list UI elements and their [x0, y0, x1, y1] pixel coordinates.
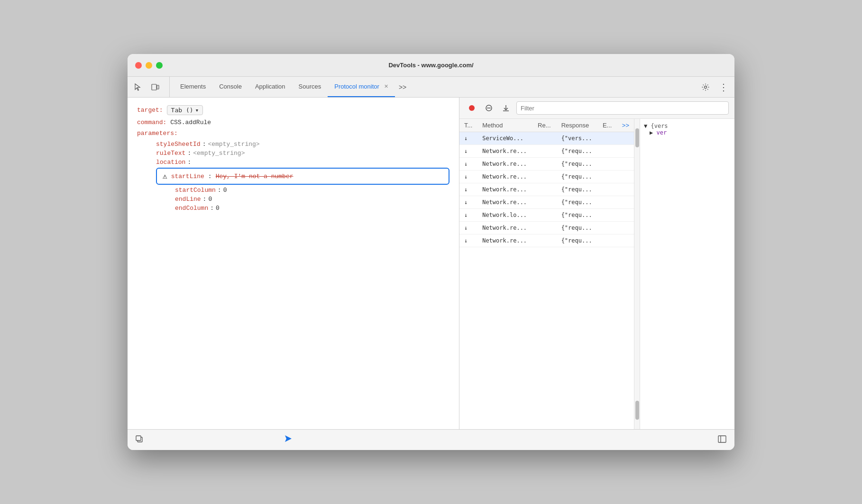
col-header-t: T...	[459, 119, 477, 132]
col-header-method: Method	[477, 119, 533, 132]
table-row[interactable]: ↓ Network.re... {"requ...	[459, 183, 634, 196]
cell-response: {"requ...	[557, 234, 598, 247]
cell-response: {"vers...	[557, 132, 598, 145]
cell-t: ↓	[459, 222, 477, 234]
table-row[interactable]: ↓ ServiceWo... {"vers...	[459, 132, 634, 145]
title-bar: DevTools - www.google.com/	[128, 54, 734, 77]
table-row[interactable]: ↓ Network.re... {"requ...	[459, 196, 634, 209]
device-icon-btn[interactable]	[148, 81, 162, 94]
parameters-section: parameters:	[137, 130, 449, 137]
cell-t: ↓	[459, 171, 477, 183]
copy-icon-btn[interactable]	[135, 435, 144, 445]
cell-e	[598, 132, 617, 145]
command-label: command:	[137, 119, 166, 126]
table-row[interactable]: ↓ Network.re... {"requ...	[459, 171, 634, 183]
cell-response: {"requ...	[557, 171, 598, 183]
save-button[interactable]	[499, 101, 513, 115]
cell-e	[598, 145, 617, 158]
right-preview: ▼ {vers ▶ ver	[640, 119, 734, 429]
cell-re	[533, 132, 557, 145]
content-area: target: Tab () ▾ command: CSS.addRule pa…	[128, 98, 734, 429]
panel-toggle-button[interactable]	[717, 434, 727, 446]
cell-e	[598, 234, 617, 247]
record-icon	[468, 104, 476, 112]
cell-re	[533, 145, 557, 158]
cell-more	[617, 209, 634, 222]
cell-method: Network.lo...	[477, 209, 533, 222]
col-header-more[interactable]: >>	[617, 119, 634, 132]
tab-console[interactable]: Console	[212, 77, 248, 97]
param-stylesheet-id: styleSheetId : <empty_string>	[156, 141, 449, 148]
clear-icon	[485, 104, 493, 112]
close-button[interactable]	[135, 62, 142, 69]
tab-bar-right: ⋮	[698, 77, 731, 97]
cell-re	[533, 234, 557, 247]
warning-icon: ⚠️	[163, 171, 167, 181]
send-button[interactable]	[283, 433, 293, 446]
filter-input[interactable]	[516, 101, 729, 115]
tab-elements[interactable]: Elements	[174, 77, 212, 97]
pm-toolbar	[459, 98, 734, 119]
table-row[interactable]: ↓ Network.re... {"requ...	[459, 234, 634, 247]
target-row: target: Tab () ▾	[137, 105, 449, 115]
table-row[interactable]: ↓ Network.re... {"requ...	[459, 158, 634, 171]
cell-method: Network.re...	[477, 222, 533, 234]
cell-e	[598, 158, 617, 171]
tab-application[interactable]: Application	[248, 77, 292, 97]
clear-button[interactable]	[482, 101, 495, 115]
param-end-column: endColumn : 0	[175, 205, 449, 212]
target-dropdown[interactable]: Tab () ▾	[167, 105, 203, 115]
table-row[interactable]: ↓ Network.lo... {"requ...	[459, 209, 634, 222]
svg-rect-10	[718, 436, 726, 442]
cell-more	[617, 171, 634, 183]
left-toolbar	[128, 429, 734, 450]
cell-response: {"requ...	[557, 145, 598, 158]
cell-e	[598, 209, 617, 222]
cell-response: {"requ...	[557, 158, 598, 171]
param-location: location :	[156, 159, 449, 166]
cell-t: ↓	[459, 132, 477, 145]
cell-e	[598, 222, 617, 234]
param-end-line: endLine : 0	[175, 196, 449, 203]
cell-re	[533, 171, 557, 183]
cursor-icon	[134, 83, 142, 91]
parameters-label: parameters:	[137, 130, 178, 137]
gear-icon	[701, 83, 710, 91]
settings-button[interactable]	[698, 80, 713, 94]
copy-icon	[135, 435, 144, 443]
preview-line2: ▶ ver	[644, 129, 731, 136]
cell-method: Network.re...	[477, 196, 533, 209]
right-panel: T... Method Re... Response E... >> ↓ Ser…	[459, 98, 734, 429]
command-row: command: CSS.addRule	[137, 119, 449, 126]
col-header-response: Response	[557, 119, 598, 132]
maximize-button[interactable]	[156, 62, 163, 69]
cell-re	[533, 158, 557, 171]
more-options-button[interactable]: ⋮	[716, 80, 731, 94]
cell-more	[617, 132, 634, 145]
cursor-icon-btn[interactable]	[131, 81, 145, 94]
col-header-re: Re...	[533, 119, 557, 132]
tab-protocol-monitor[interactable]: Protocol monitor ✕	[328, 77, 395, 97]
minimize-button[interactable]	[146, 62, 152, 69]
cell-method: ServiceWo...	[477, 132, 533, 145]
command-value: CSS.addRule	[170, 119, 211, 126]
tab-close-icon[interactable]: ✕	[384, 83, 388, 90]
table-row[interactable]: ↓ Network.re... {"requ...	[459, 145, 634, 158]
table-row[interactable]: ↓ Network.re... {"requ...	[459, 222, 634, 234]
more-tabs-button[interactable]: >>	[395, 77, 410, 97]
record-button[interactable]	[465, 101, 478, 115]
svg-point-3	[469, 105, 475, 111]
cell-method: Network.re...	[477, 158, 533, 171]
cell-re	[533, 183, 557, 196]
cell-t: ↓	[459, 234, 477, 247]
tab-sources[interactable]: Sources	[292, 77, 328, 97]
scrollbar[interactable]	[634, 119, 640, 429]
cell-response: {"requ...	[557, 209, 598, 222]
svg-point-2	[705, 86, 707, 88]
save-icon	[502, 104, 510, 112]
param-rule-text: ruleText : <empty_string>	[156, 150, 449, 157]
cell-more	[617, 196, 634, 209]
cell-t: ↓	[459, 145, 477, 158]
send-icon	[283, 433, 293, 444]
col-header-e: E...	[598, 119, 617, 132]
